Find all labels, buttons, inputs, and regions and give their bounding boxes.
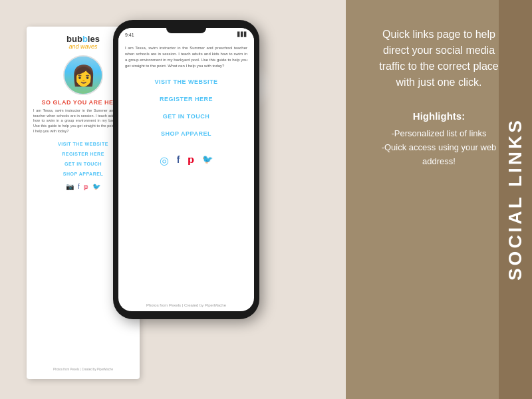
card-link-2[interactable]: REGISTER HERE	[62, 152, 104, 156]
right-section: Quick links page to help direct your soc…	[346, 0, 532, 399]
phone-link-1[interactable]: VISIT THE WEBSITE	[118, 78, 254, 85]
phone-footer: Photos from Pexels | Created by PiperMac…	[118, 299, 254, 311]
social-links-label: SOCIAL LINKS	[505, 118, 526, 281]
highlights-section: Highlights: -Personalized list of links …	[369, 110, 509, 168]
social-links-sidebar: SOCIAL LINKS	[499, 0, 532, 399]
mockup-container: bubbles and waves SO GLAD YOU ARE HERE! …	[7, 7, 339, 392]
card-logo: bubbles and waves	[66, 35, 100, 50]
card-link-4[interactable]: SHOP APPAREL	[63, 172, 103, 176]
phone-bio: I am Tessa, swim instructor in the Summe…	[118, 41, 254, 73]
logo-waves-text: and waves	[66, 43, 100, 50]
status-icons: ▋▋▋	[237, 32, 247, 37]
phone-notch	[166, 28, 206, 33]
right-content: Quick links page to help direct your soc…	[369, 27, 509, 168]
phone-screen: 9:41 ▋▋▋ I am Tessa, swim instructor in …	[118, 28, 254, 311]
phone-link-4[interactable]: SHOP APPAREL	[118, 130, 254, 137]
card-link-3[interactable]: GET IN TOUCH	[65, 162, 102, 166]
phone-instagram-icon[interactable]: ◎	[160, 154, 169, 167]
phone-pinterest-icon[interactable]: 𝗽	[188, 154, 194, 167]
pinterest-icon[interactable]: 𝕡	[84, 183, 88, 190]
card-footer: Photos from Pexels | Created by PiperMac…	[53, 368, 113, 371]
card-link-1[interactable]: VISIT THE WEBSITE	[58, 142, 108, 146]
phone-facebook-icon[interactable]: f	[177, 154, 180, 167]
card-social-icons: 📷 f 𝕡 🐦	[66, 183, 100, 190]
phone-mockup: 9:41 ▋▋▋ I am Tessa, swim instructor in …	[113, 20, 259, 319]
highlights-items: -Personalized list of links -Quick acces…	[369, 127, 509, 168]
status-time: 9:41	[125, 33, 134, 37]
highlights-title: Highlights:	[369, 110, 509, 122]
phone-link-3[interactable]: GET IN TOUCH	[118, 113, 254, 120]
card-heading: SO GLAD YOU ARE HERE!	[41, 99, 124, 106]
logo-bubbles-text: bubbles	[66, 35, 100, 43]
phone-link-2[interactable]: REGISTER HERE	[118, 96, 254, 102]
twitter-icon[interactable]: 🐦	[92, 183, 100, 190]
instagram-icon[interactable]: 📷	[66, 183, 74, 190]
card-avatar	[63, 55, 103, 95]
phone-twitter-icon[interactable]: 🐦	[202, 154, 213, 167]
left-section: bubbles and waves SO GLAD YOU ARE HERE! …	[0, 0, 346, 399]
avatar-image	[65, 57, 102, 94]
phone-social-icons: ◎ f 𝗽 🐦	[118, 149, 254, 172]
right-description: Quick links page to help direct your soc…	[369, 27, 509, 90]
facebook-icon[interactable]: f	[78, 183, 80, 190]
